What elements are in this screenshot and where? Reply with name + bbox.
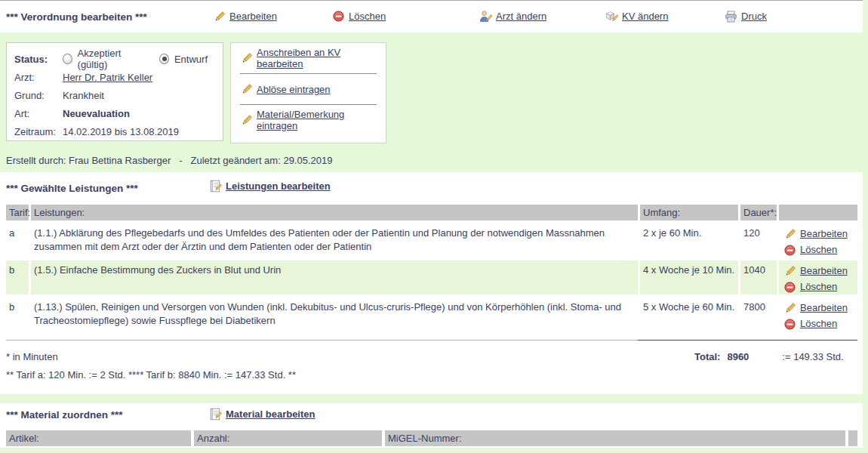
service-row: a(1.1.) Abklärung des Pflegebedarfs und … (6, 223, 857, 257)
toolbar-action-arzt-ndern: Arzt ändern (479, 10, 546, 25)
total-label: Total: (694, 351, 720, 362)
service-dauer: 120 (740, 223, 777, 257)
quick-link-material-bemerkung-eintragen-label: Material/Bemerkung eintragen (257, 109, 377, 131)
row-delete-link[interactable]: Löschen (783, 279, 857, 294)
service-description: (1.13.) Spülen, Reinigen und Versorgen v… (31, 297, 638, 335)
material-title: *** Material zuordnen *** (6, 409, 123, 421)
row-delete-link[interactable]: Löschen (783, 242, 857, 257)
toolbar-link-arzt-ndern[interactable]: Arzt ändern (479, 10, 546, 23)
edit-material-label: Material bearbeiten (226, 408, 315, 420)
toolbar-action-kv-ndern: KV ändern (605, 10, 668, 25)
toolbar-link-l-schen[interactable]: Löschen (332, 10, 386, 23)
service-umfang: 5 x Woche je 60 Min. (640, 297, 738, 335)
toolbar-link-arzt-ndern-label: Arzt ändern (496, 11, 546, 22)
service-umfang: 2 x je 60 Min. (640, 223, 738, 257)
status-fields: Arzt:Herr Dr. Patrik KellerGrund:Krankhe… (14, 68, 223, 140)
page-title: *** Verordnung bearbeiten *** (6, 11, 147, 23)
material-column-anzahl: Anzahl: (194, 430, 382, 446)
row-delete-link-label: Löschen (800, 280, 837, 294)
field-value-link-arzt[interactable]: Herr Dr. Patrik Keller (63, 72, 152, 83)
toolbar-link-l-schen-label: Löschen (349, 11, 386, 22)
pencil-icon (213, 10, 226, 23)
service-row: b(1.13.) Spülen, Reinigen und Versorgen … (6, 297, 857, 335)
quick-link-item: Material/Bemerkung eintragen (240, 112, 377, 128)
material-column-artikel: Artikel: (6, 430, 191, 446)
toolbar-link-bearbeiten[interactable]: Bearbeiten (213, 10, 277, 23)
toolbar: *** Verordnung bearbeiten *** Bearbeiten… (0, 0, 863, 32)
quick-links-divider (240, 73, 377, 74)
total-divider (638, 340, 857, 341)
meta-separator: - (179, 155, 182, 166)
field-value-arzt: Herr Dr. Patrik Keller (63, 72, 152, 83)
doctor-edit-icon (479, 10, 492, 23)
services-table-body: a(1.1.) Abklärung des Pflegebedarfs und … (6, 223, 857, 335)
quick-links-divider (240, 104, 377, 105)
service-tarif: b (6, 297, 29, 335)
field-row-zeitraum: Zeitraum:14.02.2019 bis 13.08.2019 (14, 122, 223, 140)
toolbar-link-bearbeiten-label: Bearbeiten (229, 11, 277, 22)
edit-services-label: Leistungen bearbeiten (226, 180, 331, 192)
toolbar-action-druck: Druck (725, 10, 767, 25)
field-label-zeitraum: Zeitraum: (14, 126, 63, 137)
quick-link-anschreiben-an-kv-bearbeiten[interactable]: Anschreiben an KV bearbeiten (240, 47, 377, 69)
field-row-art: Art:Neuevaluation (14, 104, 223, 122)
field-row-arzt: Arzt:Herr Dr. Patrik Keller (14, 68, 223, 86)
radio-akzeptiert-g-ltig[interactable] (63, 54, 72, 64)
row-edit-link-label: Bearbeiten (800, 227, 848, 241)
service-umfang: 4 x Woche je 10 Min. (640, 260, 738, 294)
row-edit-link[interactable]: Bearbeiten (783, 263, 857, 279)
toolbar-link-kv-ndern[interactable]: KV ändern (605, 10, 668, 23)
row-delete-link-label: Löschen (800, 317, 837, 331)
service-description: (1.1.) Abklärung des Pflegebedarfs und d… (31, 223, 638, 257)
edit-services-link[interactable]: Leistungen bearbeiten (209, 180, 331, 193)
quick-links-box: Anschreiben an KV bearbeitenAblöse eintr… (230, 42, 386, 143)
pencil-icon (240, 52, 253, 65)
quick-link-item: Ablöse eintragen (240, 81, 377, 97)
created-by-text: Erstellt durch: Frau Bettina Rasberger (6, 155, 171, 166)
service-actions: BearbeitenLöschen (779, 260, 857, 294)
quick-link-material-bemerkung-eintragen[interactable]: Material/Bemerkung eintragen (240, 109, 377, 131)
services-table: Tarif:Leistungen:Umfang:Dauer*: a(1.1.) … (6, 205, 857, 335)
radio-label-akzeptiert-g-ltig: Akzeptiert (gültig) (78, 48, 145, 70)
toolbar-action-bearbeiten: Bearbeiten (213, 10, 277, 25)
row-edit-link[interactable]: Bearbeiten (783, 300, 857, 316)
pencil-icon (240, 114, 253, 127)
status-box: Status: Akzeptiert (gültig)Entwurf Arzt:… (6, 42, 223, 141)
radio-label-entwurf: Entwurf (174, 54, 208, 65)
total-row: Total: 8960 := 149.33 Std. (694, 351, 844, 362)
field-value-art: Neuevaluation (63, 108, 130, 119)
services-column-actions (779, 205, 857, 220)
row-edit-link-label: Bearbeiten (800, 301, 848, 315)
toolbar-action-l-schen: Löschen (332, 10, 386, 24)
services-column-leistungen: Leistungen: (31, 205, 638, 220)
field-label-arzt: Arzt: (14, 72, 63, 83)
row-edit-link-label: Bearbeiten (800, 264, 848, 278)
row-delete-link[interactable]: Löschen (783, 316, 857, 331)
service-dauer: 7800 (740, 297, 777, 335)
pencil-icon (783, 302, 796, 315)
services-title: *** Gewählte Leistungen *** (6, 183, 138, 194)
toolbar-link-kv-ndern-label: KV ändern (622, 11, 668, 22)
material-section: *** Material zuordnen *** Material bearb… (0, 403, 863, 448)
quick-link-abl-se-eintragen[interactable]: Ablöse eintragen (240, 83, 331, 96)
delete-icon (783, 318, 796, 331)
toolbar-link-druck[interactable]: Druck (725, 10, 767, 23)
service-description: (1.5.) Einfache Bestimmung des Zuckers i… (31, 260, 638, 294)
quick-link-abl-se-eintragen-label: Ablöse eintragen (257, 84, 331, 95)
pencil-icon (783, 228, 796, 241)
field-label-grund: Grund: (14, 90, 63, 101)
status-row: Status: Akzeptiert (gültig)Entwurf (14, 50, 223, 68)
delete-icon (332, 10, 345, 23)
total-value: 8960 (727, 351, 749, 362)
radio-entwurf[interactable] (159, 54, 169, 64)
edit-material-link[interactable]: Material bearbeiten (209, 408, 315, 421)
notepad-edit-icon (209, 408, 222, 421)
service-row: b(1.5.) Einfache Bestimmung des Zuckers … (6, 260, 857, 294)
status-radio-group: Akzeptiert (gültig)Entwurf (63, 48, 223, 70)
row-edit-link[interactable]: Bearbeiten (783, 226, 857, 242)
total-hours: := 149.33 Std. (782, 351, 843, 362)
status-label: Status: (14, 54, 63, 65)
service-tarif: a (6, 223, 29, 257)
last-modified-text: Zuletzt geändert am: 29.05.2019 (191, 155, 333, 166)
footnote-minutes: * in Minuten (6, 351, 58, 362)
